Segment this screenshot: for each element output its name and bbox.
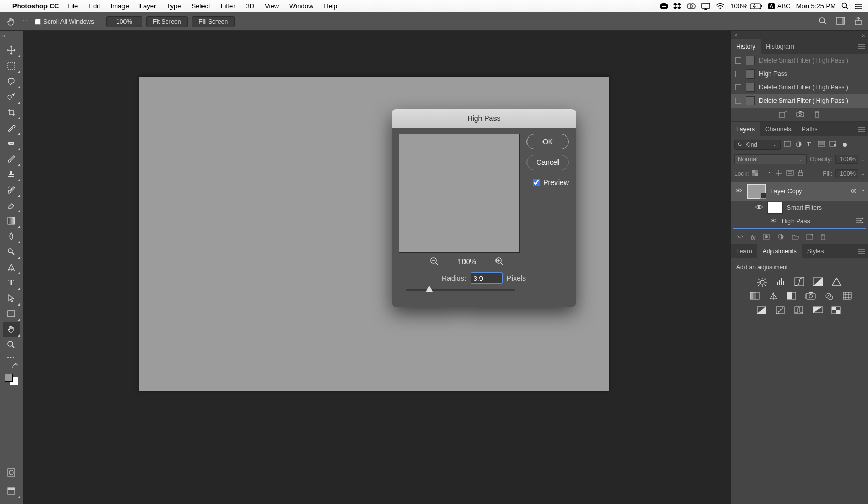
marquee-tool[interactable] [3, 58, 20, 73]
opacity-input[interactable]: 100% [835, 155, 858, 164]
history-row[interactable]: High Pass [731, 67, 868, 81]
filter-pixel-icon[interactable] [784, 141, 792, 149]
eraser-tool[interactable] [3, 197, 20, 213]
threshold-icon[interactable] [794, 306, 805, 316]
airplay-icon[interactable] [701, 3, 710, 10]
color-lookup-icon[interactable] [843, 292, 854, 302]
lasso-tool[interactable] [3, 73, 20, 89]
zoom-out-icon[interactable] [430, 257, 439, 266]
menu-type[interactable]: Type [166, 2, 181, 10]
share-icon[interactable] [854, 17, 864, 27]
channel-mixer-icon[interactable] [824, 292, 835, 302]
tab-styles[interactable]: Styles [802, 244, 829, 258]
cancel-button[interactable]: Cancel [526, 155, 569, 170]
snapshot-icon[interactable] [796, 111, 804, 119]
zoom-tool[interactable] [3, 337, 20, 353]
panel-menu-icon[interactable] [856, 244, 868, 258]
menu-filter[interactable]: Filter [221, 2, 236, 10]
tool-preset-chevron-icon[interactable]: ﹀ [23, 18, 27, 25]
opacity-chevron-icon[interactable]: ⌄ [861, 157, 865, 162]
menu-layer[interactable]: Layer [140, 2, 157, 10]
collapse-panels-icon[interactable]: ‹‹ [861, 33, 865, 38]
menu-file[interactable]: File [67, 2, 78, 10]
edit-toolbar-icon[interactable]: ••• [7, 353, 16, 362]
workspace-icon[interactable] [836, 17, 846, 27]
dialog-title[interactable]: High Pass [392, 109, 576, 128]
swap-colors-icon[interactable] [3, 362, 20, 371]
fill-input[interactable]: 100% [835, 169, 858, 178]
tab-paths[interactable]: Paths [797, 122, 823, 136]
hue-sat-icon[interactable] [750, 292, 761, 302]
hand-tool[interactable] [3, 322, 20, 337]
menu-select[interactable]: Select [191, 2, 210, 10]
close-panel-icon[interactable]: × [734, 32, 737, 38]
menu-edit[interactable]: Edit [88, 2, 100, 10]
clock[interactable]: Mon 5:25 PM [796, 2, 836, 10]
lock-all-icon[interactable] [798, 170, 806, 178]
search-icon[interactable] [818, 17, 829, 27]
history-row[interactable]: Delete Smart Filter ( High Pass ) [731, 94, 868, 108]
photo-filter-icon[interactable] [805, 292, 817, 302]
zoom-100-button[interactable]: 100% [106, 16, 142, 27]
menu-image[interactable]: Image [111, 2, 129, 10]
delete-state-icon[interactable] [814, 111, 820, 119]
panel-menu-icon[interactable] [856, 39, 868, 54]
panel-menu-icon[interactable] [856, 122, 868, 136]
layer-mask-icon[interactable] [763, 234, 770, 241]
selective-color-icon[interactable] [831, 306, 843, 316]
filter-toggle-icon[interactable] [843, 143, 847, 147]
gradient-tool[interactable] [3, 213, 20, 228]
lock-artboard-icon[interactable] [786, 170, 795, 178]
vibrance-icon[interactable] [831, 277, 843, 287]
pen-tool[interactable] [3, 259, 20, 275]
shape-tool[interactable] [3, 306, 20, 322]
link-layers-icon[interactable] [735, 234, 743, 241]
lock-image-icon[interactable] [764, 170, 772, 178]
screen-mode-icon[interactable] [3, 483, 20, 499]
app-name[interactable]: Photoshop CC [12, 2, 59, 10]
lock-position-icon[interactable] [775, 170, 783, 178]
history-row[interactable]: Delete Smart Filter ( High Pass ) [731, 81, 868, 94]
input-source[interactable]: AABC [768, 2, 791, 10]
spotlight-icon[interactable] [841, 2, 849, 10]
slider-thumb-icon[interactable] [426, 286, 433, 292]
preview-checkbox[interactable]: Preview [533, 178, 569, 187]
color-balance-icon[interactable] [768, 292, 780, 302]
tab-channels[interactable]: Channels [760, 122, 797, 136]
tab-adjustments[interactable]: Adjustments [757, 244, 802, 258]
healing-tool[interactable] [3, 135, 20, 151]
group-icon[interactable] [792, 234, 799, 241]
dropbox-icon[interactable] [673, 3, 681, 10]
menu-window[interactable]: Window [289, 2, 313, 10]
ok-button[interactable]: OK [526, 134, 569, 149]
filter-adjust-icon[interactable] [795, 141, 803, 149]
radius-input[interactable] [471, 272, 503, 284]
fg-color[interactable] [5, 374, 13, 382]
brush-tool[interactable] [3, 151, 20, 166]
status-icon-1[interactable] [660, 3, 668, 9]
stamp-tool[interactable] [3, 166, 20, 182]
crop-tool[interactable] [3, 104, 20, 120]
filter-smart-icon[interactable] [829, 141, 838, 149]
visibility-icon[interactable] [734, 188, 742, 195]
quick-mask-icon[interactable] [3, 465, 20, 480]
visibility-icon[interactable] [755, 204, 763, 211]
filter-visibility-icon[interactable]: ⦿ [851, 188, 857, 194]
posterize-icon[interactable] [776, 306, 787, 316]
fill-chevron-icon[interactable]: ⌄ [861, 172, 865, 176]
smart-filter-entry[interactable]: High Pass [731, 215, 868, 227]
filter-shape-icon[interactable] [818, 141, 826, 149]
bw-icon[interactable] [787, 292, 798, 302]
gradient-map-icon[interactable] [813, 306, 824, 316]
menu-view[interactable]: View [265, 2, 279, 10]
scroll-all-windows-checkbox[interactable]: Scroll All Windows [35, 18, 94, 25]
levels-icon[interactable] [776, 277, 787, 287]
eyedropper-tool[interactable] [3, 120, 20, 135]
quick-select-tool[interactable] [3, 89, 20, 104]
expand-tools-icon[interactable]: ›› [0, 33, 5, 40]
move-tool[interactable] [3, 42, 20, 58]
path-select-tool[interactable] [3, 291, 20, 306]
filter-mask-thumbnail[interactable] [767, 202, 783, 214]
new-layer-icon[interactable] [806, 234, 813, 242]
lock-transparent-icon[interactable] [752, 170, 761, 178]
